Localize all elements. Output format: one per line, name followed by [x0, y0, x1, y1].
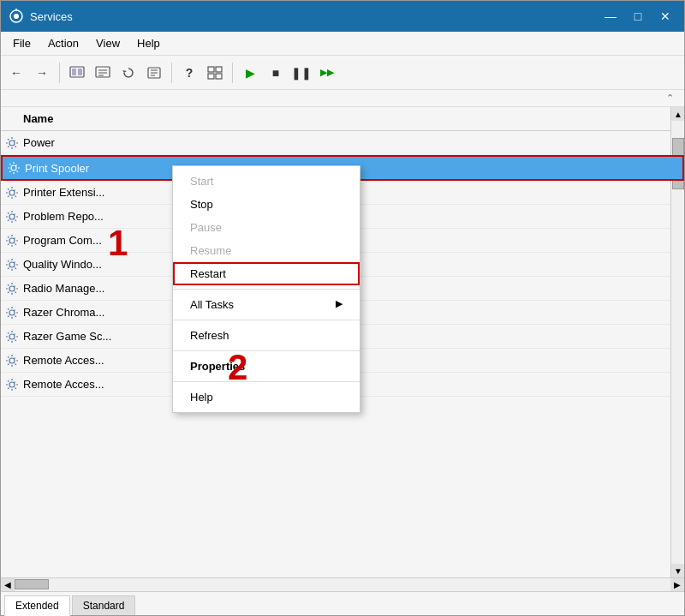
service-name: Power — [23, 136, 177, 149]
window-controls: — □ ✕ — [599, 6, 677, 27]
export-button[interactable] — [142, 61, 166, 85]
services-pane: Name Power Print Spoo — [1, 107, 684, 577]
service-gear-icon — [4, 185, 20, 200]
title-bar: Services — □ ✕ — [1, 1, 684, 32]
service-gear-icon — [4, 257, 20, 272]
svg-point-20 — [9, 190, 15, 195]
menu-view[interactable]: View — [87, 33, 128, 53]
menu-action[interactable]: Action — [39, 33, 87, 53]
service-gear-icon — [4, 209, 20, 224]
svg-point-21 — [9, 214, 15, 219]
console-root-button[interactable] — [65, 61, 89, 85]
hscroll-track — [15, 578, 670, 591]
minimize-button[interactable]: — — [599, 6, 622, 27]
close-button[interactable]: ✕ — [653, 6, 677, 27]
menu-help[interactable]: Help — [128, 33, 169, 53]
toolbar-separator-1 — [59, 63, 60, 83]
svg-point-28 — [9, 382, 15, 387]
service-name: Remote Acces... — [23, 354, 177, 367]
ctx-arrow-icon: ▶ — [336, 298, 342, 309]
service-name: Problem Repo... — [23, 210, 177, 223]
scroll-track — [671, 121, 684, 564]
collapse-bar: ⌃ — [1, 90, 684, 107]
col-name-header: Name — [20, 112, 191, 125]
svg-point-27 — [9, 358, 15, 363]
service-name: Radio Manage... — [23, 282, 177, 295]
refresh-button[interactable] — [116, 61, 140, 85]
ctx-resume[interactable]: Resume — [173, 239, 360, 262]
hscroll-left-button[interactable]: ◀ — [1, 578, 15, 592]
service-name: Program Com... — [23, 234, 177, 247]
menu-file[interactable]: File — [4, 33, 39, 53]
bottom-tabs: Extended Standard — [1, 591, 684, 615]
service-name: Printer Extensi... — [23, 186, 177, 199]
ctx-help[interactable]: Help — [173, 386, 360, 409]
pause-service-button[interactable]: ❚❚ — [289, 61, 313, 85]
content-area: Name Power Print Spoo — [1, 107, 684, 577]
resume-service-button[interactable]: ▶▶ — [315, 61, 339, 85]
ctx-start[interactable]: Start — [173, 170, 360, 193]
ctx-all-tasks[interactable]: All Tasks ▶ — [173, 293, 360, 316]
back-button[interactable]: ← — [4, 61, 28, 85]
tab-extended[interactable]: Extended — [4, 595, 70, 616]
maximize-button[interactable]: □ — [626, 6, 650, 27]
scroll-down-button[interactable]: ▼ — [671, 564, 684, 577]
svg-point-26 — [9, 334, 15, 339]
ctx-pause[interactable]: Pause — [173, 216, 360, 239]
table-header: Name — [1, 107, 684, 131]
ctx-separator-4 — [173, 381, 360, 382]
ctx-restart[interactable]: Restart — [173, 262, 360, 285]
service-gear-icon — [4, 353, 20, 368]
hscroll-right-button[interactable]: ▶ — [670, 578, 684, 592]
view-button[interactable] — [203, 61, 227, 85]
title-bar-icon — [8, 8, 25, 25]
ctx-properties[interactable]: Properties — [173, 355, 360, 378]
svg-point-23 — [9, 262, 15, 267]
stop-service-button[interactable]: ■ — [264, 61, 288, 85]
svg-point-18 — [9, 141, 15, 146]
ctx-stop[interactable]: Stop — [173, 193, 360, 216]
tab-standard[interactable]: Standard — [72, 595, 136, 615]
svg-point-24 — [9, 286, 15, 291]
svg-rect-15 — [216, 67, 222, 72]
forward-button[interactable]: → — [30, 61, 54, 85]
service-gear-icon — [4, 305, 20, 320]
services-window: Services — □ ✕ File Action View Help ← →… — [0, 0, 685, 616]
collapse-arrow[interactable]: ⌃ — [666, 93, 674, 104]
help-button[interactable]: ? — [177, 61, 201, 85]
svg-rect-14 — [208, 67, 214, 72]
svg-point-25 — [9, 310, 15, 315]
svg-point-22 — [9, 238, 15, 243]
svg-rect-16 — [208, 74, 214, 79]
ctx-refresh[interactable]: Refresh — [173, 324, 360, 347]
svg-rect-17 — [216, 74, 222, 79]
horizontal-scrollbar: ◀ ▶ — [1, 577, 684, 591]
context-menu: Start Stop Pause Resume Restart All Task… — [172, 165, 360, 413]
ctx-separator-1 — [173, 289, 360, 290]
svg-rect-5 — [78, 69, 82, 75]
svg-point-1 — [14, 14, 19, 19]
toolbar-separator-3 — [232, 63, 233, 83]
service-gear-icon — [4, 329, 20, 344]
service-name: Razer Chroma... — [23, 306, 177, 319]
service-name: Remote Acces... — [23, 378, 177, 391]
ctx-separator-2 — [173, 320, 360, 320]
service-name: Print Spooler — [25, 162, 179, 175]
menu-bar: File Action View Help — [1, 32, 684, 56]
svg-rect-4 — [72, 69, 76, 75]
properties-button[interactable] — [91, 61, 115, 85]
toolbar: ← → ? ▶ ■ ❚❚ ▶▶ — [1, 56, 684, 90]
service-gear-icon — [4, 233, 20, 248]
service-gear-icon — [4, 377, 20, 392]
service-gear-icon — [4, 281, 20, 296]
ctx-separator-3 — [173, 350, 360, 351]
service-name: Quality Windo... — [23, 258, 177, 271]
service-gear-icon — [6, 160, 21, 176]
scroll-up-button[interactable]: ▲ — [671, 107, 684, 121]
start-service-button[interactable]: ▶ — [238, 61, 262, 85]
toolbar-separator-2 — [171, 63, 172, 83]
table-row[interactable]: Power — [1, 131, 684, 155]
window-title: Services — [30, 10, 599, 23]
svg-point-19 — [11, 165, 16, 170]
hscroll-thumb[interactable] — [15, 579, 49, 589]
